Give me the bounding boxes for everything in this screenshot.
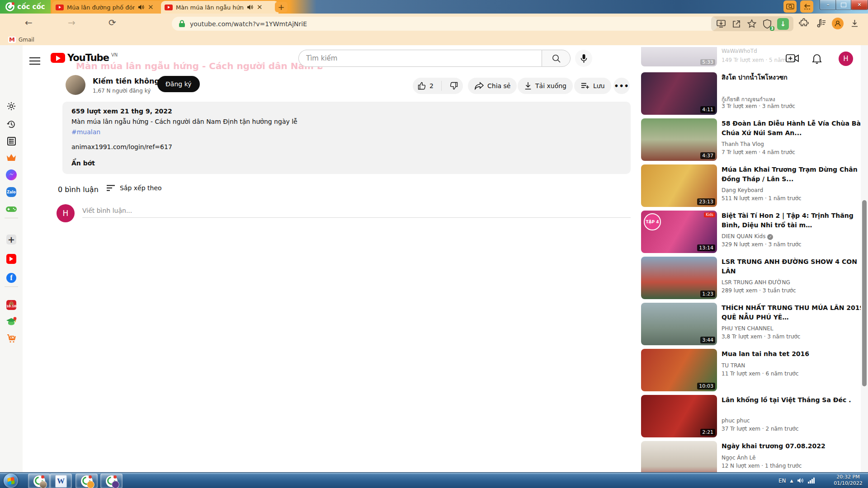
suggested-video[interactable]: 10:03 Mua lan tai nha tet 2016 TU TRAN 1… [641,349,861,391]
suggested-video[interactable]: 23:13 Múa Lân Khai Trương Trạm Dừng Chân… [641,164,861,207]
minimize-button[interactable]: – [820,0,836,10]
video-meta: 329 N lượt xem · 3 năm trước [722,241,802,248]
bookmark-gmail[interactable]: M Gmail [8,37,34,43]
youtube-logo[interactable]: YouTube VN [51,52,118,63]
suggested-video[interactable]: TẬP 4 Kids 13:14 Biệt Tài Tí Hon 2 | Tập… [641,211,861,253]
like-button[interactable]: 2 [417,81,434,90]
taskbar-word[interactable]: W [50,474,72,488]
create-video-icon[interactable] [786,53,799,65]
suggested-video[interactable]: 1:23 LSR TRUNG ANH ĐƯỜNG SHOW 4 CON LÂN … [641,257,861,299]
taskbar-clock[interactable]: 20:32 PM 01/10/2022 [830,474,866,487]
tab-close-icon[interactable]: ✕ [257,3,263,11]
rewards-crown-icon[interactable] [0,150,23,165]
video-thumbnail[interactable]: TẬP 4 Kids 13:14 [641,211,717,253]
search-input[interactable] [298,50,542,67]
reload-icon[interactable]: ⟳ [108,17,116,28]
description-box[interactable]: 659 lượt xem 21 thg 9, 2022 Màn múa lân … [62,102,631,174]
language-indicator[interactable]: EN [778,478,786,484]
education-icon[interactable] [0,314,23,329]
suggested-video[interactable]: 4:37 58 Đoàn Lân Diễu Hành Lễ Vía Chùa B… [641,118,861,161]
share-button[interactable]: Chia sẻ [468,78,517,94]
download-manager-button[interactable]: ↓ [777,18,789,30]
browser-profile-avatar[interactable] [832,18,844,29]
share-icon [474,82,484,90]
search-button[interactable] [542,50,571,67]
video-thumbnail[interactable]: 4:11 [641,72,717,115]
taskbar-coccoc-window-1[interactable] [28,474,50,488]
scrollbar-thumb[interactable] [862,200,867,386]
suggested-video[interactable]: 3:44 THÍCH NHẤT TRUNG THU MÚA LÂN 2019 Ở… [641,303,861,345]
video-thumbnail[interactable]: 10:03 [641,349,717,391]
tab-audio-icon[interactable] [247,5,254,10]
sale-10-10-icon[interactable]: 👜10.10 [0,297,23,313]
comments-sort-button[interactable]: Sắp xếp theo [106,184,162,192]
new-tab-button[interactable]: + [275,2,288,12]
downloads-icon[interactable] [849,18,860,28]
media-playlist-icon[interactable] [816,18,826,28]
maximize-button[interactable] [835,0,852,10]
video-thumbnail[interactable] [641,441,717,472]
zalo-icon[interactable]: Zalo [0,184,23,200]
video-channel: DIEN QUAN Kids✓ [722,233,773,240]
coccoc-logo-icon [5,2,14,11]
taskbar-coccoc-window-2[interactable] [75,474,98,488]
more-actions-button[interactable]: ••• [613,78,630,94]
video-thumbnail[interactable]: 4:37 [641,118,717,161]
browser-tab-2-active[interactable]: Màn múa lân ngẫu hứng ✕ [161,1,278,14]
browser-tab-1[interactable]: Múa lân đường phố đón ✕ [52,1,167,14]
restore-session-button[interactable] [800,0,813,13]
facebook-shortcut-icon[interactable]: f [0,270,23,286]
dislike-button[interactable] [449,81,458,90]
secure-lock-icon[interactable] [178,20,186,28]
channel-avatar[interactable] [66,75,85,95]
back-icon[interactable]: ← [25,17,33,28]
video-thumbnail[interactable]: 3:44 [641,303,717,345]
messenger-icon[interactable] [0,167,23,183]
history-icon[interactable] [0,117,23,132]
network-icon[interactable] [808,478,815,483]
close-button[interactable]: ✕ [851,0,868,10]
shopping-cart-icon[interactable] [0,331,23,346]
taskbar-coccoc-window-3[interactable] [100,474,123,488]
tab-audio-icon[interactable] [138,5,145,10]
news-feed-icon[interactable] [0,133,23,149]
start-button[interactable] [4,474,18,488]
screen-capture-button[interactable] [783,0,797,13]
voice-search-mic-icon[interactable] [575,50,592,67]
youtube-shortcut-icon[interactable] [0,251,23,267]
adblock-shield-icon[interactable]: 3 [762,19,773,29]
volume-icon[interactable] [797,478,804,483]
url-text: youtube.com/watch?v=1YWmtAjNriE [190,20,307,28]
video-thumbnail[interactable]: 23:13 [641,164,717,207]
notifications-bell-icon[interactable] [811,53,822,66]
video-thumbnail[interactable]: 2:21 [641,395,717,437]
account-avatar[interactable]: H [839,52,853,66]
tray-expand-icon[interactable]: ▲ [790,479,793,483]
menu-hamburger-icon[interactable] [29,55,40,67]
bookmark-star-icon[interactable] [746,19,757,29]
suggested-video[interactable]: Ngày khai trương 07.08.2022 Ngọc Ánh Lê … [641,441,861,472]
show-less-button[interactable]: Ẩn bớt [71,160,95,167]
comment-input-placeholder[interactable]: Viết bình luận... [82,207,132,214]
video-thumbnail[interactable]: 1:23 [641,257,717,299]
games-icon[interactable] [0,202,23,217]
video-channel: PHU YEN CHANNEL [722,325,773,332]
forward-icon[interactable]: → [68,17,75,28]
hashtag-link[interactable]: #mualan [71,128,100,136]
save-to-device-icon[interactable] [716,19,726,29]
extensions-puzzle-icon[interactable] [798,18,809,28]
tab-close-icon[interactable]: ✕ [148,3,154,11]
add-shortcut-icon[interactable]: + [0,232,23,247]
settings-gear-icon[interactable] [0,99,23,114]
suggested-video[interactable]: 4:11 สิงโต ปากน้ำโพโหงวซก กู้เกียรติ กาญ… [641,72,861,115]
comment-user-avatar[interactable]: H [57,204,75,222]
coccoc-logo-block[interactable]: cốc cốc [0,0,51,14]
subscribe-button[interactable]: Đăng ký [157,76,200,92]
page-scrollbar[interactable] [861,45,868,472]
suggested-video[interactable]: 2:21 Lân khổng lồ tại Việt Thắng Sa Đéc … [641,395,861,437]
download-button[interactable]: Tải xuống [518,78,573,94]
video-title: Múa Lân Khai Trương Trạm Dừng Chân Đồng … [722,165,861,184]
save-button[interactable]: Lưu [574,78,611,94]
share-page-icon[interactable] [731,19,742,29]
address-bar[interactable]: youtube.com/watch?v=1YWmtAjNriE [172,17,718,31]
